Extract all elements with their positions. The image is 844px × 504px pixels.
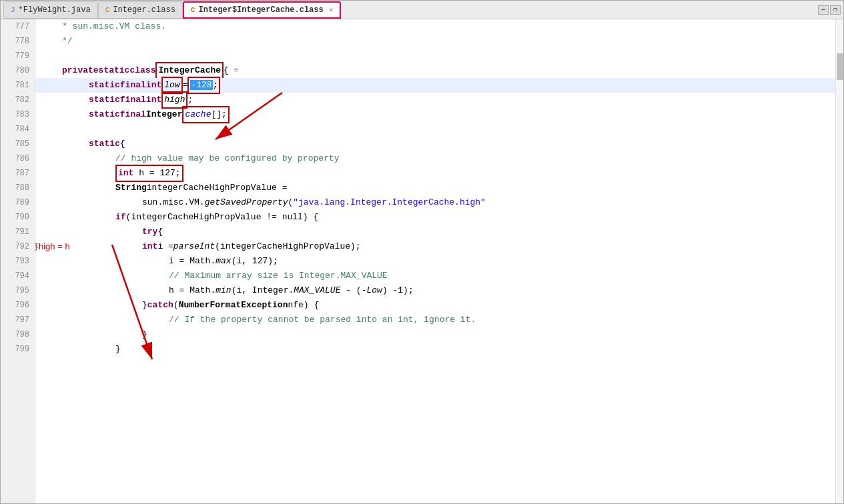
- code-796-text: }: [142, 298, 147, 313]
- code-780-static: static: [99, 63, 130, 78]
- linenum-784: 784: [1, 122, 35, 137]
- code-792-annotation: 在下面有将high = h: [35, 239, 70, 254]
- tab-flyweight-label: *FlyWeight.java: [19, 5, 91, 15]
- code-794-comment: // Maximum array size is Integer.MAX_VAL…: [169, 269, 388, 283]
- code-789-string: "java.lang.Integer.IntegerCache.high": [293, 195, 486, 210]
- code-777-text: * sun.misc.VM class.: [62, 19, 166, 34]
- linenum-782: 782: [1, 93, 35, 107]
- code-781-eq: =: [183, 78, 188, 93]
- linenum-781: 781: [1, 78, 35, 93]
- code-788-string: String: [115, 181, 147, 195]
- code-785-brace: {: [120, 137, 125, 151]
- code-789-call: sun.misc.VM.getSavedProperty(: [142, 195, 293, 210]
- code-787-int-h: int h = 127;: [115, 165, 183, 182]
- code-781-int: int: [146, 78, 161, 93]
- code-line-798: }: [35, 327, 835, 342]
- code-line-789: sun.misc.VM.getSavedProperty( "java.lang…: [35, 195, 835, 210]
- code-line-796: } catch ( NumberFormatException nfe) {: [35, 298, 835, 313]
- linenum-786: 786: [1, 151, 35, 166]
- code-line-794: // Maximum array size is Integer.MAX_VAL…: [35, 269, 835, 283]
- tab-integercache-label: Integer$IntegerCache.class: [198, 5, 323, 15]
- code-line-782: static final int high ;: [35, 93, 835, 107]
- linenum-792: 792: [1, 239, 35, 254]
- restore-button[interactable]: ❐: [830, 5, 841, 15]
- code-line-790: if (integerCacheHighPropValue != null) {: [35, 210, 835, 225]
- linenum-777: 777: [1, 19, 35, 34]
- tab-bar: J *FlyWeight.java C Integer.class C Inte…: [1, 1, 843, 19]
- code-791-brace: {: [157, 225, 163, 239]
- code-781-final: final: [120, 78, 146, 93]
- scrollbar[interactable]: [835, 19, 843, 503]
- linenum-788: 788: [1, 181, 35, 195]
- code-780-collapse: ⊖: [234, 63, 238, 78]
- linenum-791: 791: [1, 225, 35, 239]
- code-area[interactable]: * sun.misc.VM class. */ private static c…: [35, 19, 835, 503]
- ide-window: J *FlyWeight.java C Integer.class C Inte…: [0, 0, 844, 504]
- code-792-int: int: [142, 239, 157, 254]
- minimize-button[interactable]: —: [818, 5, 829, 15]
- code-778-text: */: [62, 34, 73, 49]
- code-791-try: try: [142, 225, 157, 239]
- code-783-integer: Integer: [146, 107, 183, 122]
- code-780-brace: {: [224, 63, 229, 78]
- code-780-class: class: [129, 63, 155, 78]
- editor-container: 777 778 779 780 781 782 783 784 785 786 …: [1, 19, 843, 503]
- tab-integer-label: Integer.class: [113, 5, 175, 15]
- code-792-arg: (integerCacheHighPropValue);: [215, 239, 360, 254]
- tab-integercache-class[interactable]: C Integer$IntegerCache.class ✕: [183, 1, 341, 19]
- code-795-text: h = Math.min(i, Integer.MAX_VALUE - (-Lo…: [169, 283, 414, 298]
- tab-flyweight-icon: J: [11, 6, 15, 14]
- code-line-786: // high value may be configured by prope…: [35, 151, 835, 166]
- linenum-789: 789: [1, 195, 35, 210]
- line-numbers: 777 778 779 780 781 782 783 784 785 786 …: [1, 19, 35, 503]
- tab-integercache-icon: C: [191, 6, 195, 14]
- linenum-787: 787: [1, 166, 35, 181]
- code-782-semi: ;: [187, 93, 193, 107]
- tab-flyweight[interactable]: J *FlyWeight.java: [3, 1, 98, 19]
- code-line-778: */: [35, 34, 835, 49]
- code-line-785: static {: [35, 137, 835, 151]
- code-line-791: try {: [35, 225, 835, 239]
- code-line-779: [35, 49, 835, 63]
- linenum-798: 798: [1, 327, 35, 342]
- scrollbar-thumb[interactable]: [837, 53, 843, 80]
- linenum-794: 794: [1, 269, 35, 283]
- code-796-catch: catch: [147, 298, 173, 313]
- linenum-778: 778: [1, 34, 35, 49]
- code-783-static: static: [89, 107, 120, 122]
- code-782-static: static: [89, 93, 120, 107]
- code-780-private: private: [62, 63, 99, 78]
- code-782-final: final: [120, 93, 146, 107]
- code-line-783: static final Integer cache[];: [35, 107, 835, 122]
- code-788-var: integerCacheHighPropValue =: [147, 181, 288, 195]
- code-line-781: static final int low = -128;: [35, 78, 835, 93]
- code-790-cond: (integerCacheHighPropValue != null) {: [126, 210, 319, 225]
- code-line-792: 在下面有将high = h int i = parseInt (integerC…: [35, 239, 835, 254]
- linenum-793: 793: [1, 254, 35, 269]
- code-line-784: [35, 122, 835, 137]
- tab-integer-icon: C: [105, 6, 110, 14]
- code-790-if: if: [115, 210, 126, 225]
- code-line-787: int h = 127;: [35, 166, 835, 181]
- linenum-783: 783: [1, 107, 35, 122]
- code-793-text: i = Math.max(i, 127);: [169, 254, 278, 269]
- code-781-static: static: [89, 78, 120, 93]
- code-798-text: }: [142, 327, 147, 342]
- code-783-final: final: [120, 107, 146, 122]
- code-796-exc-type: NumberFormatException: [179, 298, 288, 313]
- linenum-796: 796: [1, 298, 35, 313]
- tab-integer-class[interactable]: C Integer.class: [98, 1, 183, 19]
- code-line-795: h = Math.min(i, Integer.MAX_VALUE - (-Lo…: [35, 283, 835, 298]
- code-792-i: i =: [157, 239, 173, 254]
- code-796-nfe: nfe) {: [288, 298, 319, 313]
- tab-close-icon[interactable]: ✕: [329, 5, 334, 14]
- code-line-788: String integerCacheHighPropValue =: [35, 181, 835, 195]
- code-792-parseint: parseInt: [173, 239, 215, 254]
- window-controls: — ❐: [818, 5, 841, 15]
- code-796-exc: (: [173, 298, 179, 313]
- code-line-797: // If the property cannot be parsed into…: [35, 313, 835, 327]
- linenum-785: 785: [1, 137, 35, 151]
- linenum-799: 799: [1, 342, 35, 357]
- code-781-value: -128;: [187, 77, 220, 94]
- linenum-790: 790: [1, 210, 35, 225]
